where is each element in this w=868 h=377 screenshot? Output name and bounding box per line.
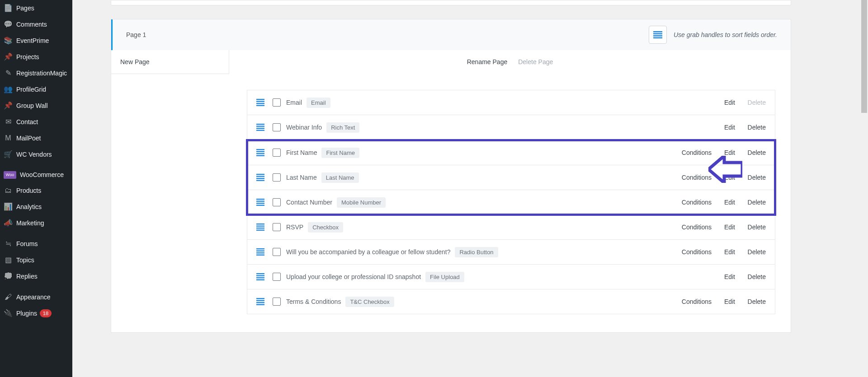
svg-rect-2 xyxy=(653,35,662,37)
rename-page-link[interactable]: Rename Page xyxy=(467,58,508,65)
sidebar-item-forums[interactable]: ≒Forums xyxy=(0,236,72,252)
delete-link[interactable]: Delete xyxy=(745,223,766,231)
sidebar-item-label: Topics xyxy=(16,256,34,264)
grip-icon xyxy=(256,124,264,131)
vertical-scrollbar[interactable] xyxy=(860,0,868,377)
forums-icon: ≒ xyxy=(4,239,13,248)
sidebar-item-analytics[interactable]: 📊Analytics xyxy=(0,199,72,215)
delete-link[interactable]: Delete xyxy=(745,298,766,305)
edit-link[interactable]: Edit xyxy=(722,298,735,305)
svg-rect-25 xyxy=(256,226,264,227)
delete-link[interactable]: Delete xyxy=(745,273,766,280)
sidebar-item-topics[interactable]: ▧Topics xyxy=(0,252,72,268)
sidebar-item-marketing[interactable]: 📣Marketing xyxy=(0,215,72,231)
sidebar-item-appearance[interactable]: 🖌Appearance xyxy=(0,289,72,305)
conditions-link[interactable]: Conditions xyxy=(678,149,712,156)
svg-rect-29 xyxy=(256,251,264,251)
edit-link[interactable]: Edit xyxy=(722,273,735,280)
svg-rect-19 xyxy=(256,180,264,181)
sidebar-item-label: Replies xyxy=(16,272,38,280)
conditions-link[interactable]: Conditions xyxy=(678,199,712,206)
field-row: Contact NumberMobile NumberConditionsEdi… xyxy=(247,190,775,215)
scrollbar-thumb[interactable] xyxy=(861,0,867,113)
delete-link[interactable]: Delete xyxy=(745,124,766,131)
sidebar-item-mailpoet[interactable]: MMailPoet xyxy=(0,130,72,146)
conditions-link[interactable]: Conditions xyxy=(678,298,712,305)
row-checkbox[interactable] xyxy=(273,298,281,306)
field-type-badge: Rich Text xyxy=(326,122,359,133)
sidebar-item-pages[interactable]: 📄Pages xyxy=(0,0,72,16)
svg-rect-7 xyxy=(256,105,264,106)
svg-rect-38 xyxy=(256,302,264,303)
new-page-tab[interactable]: New Page xyxy=(111,50,229,74)
edit-link[interactable]: Edit xyxy=(722,124,735,131)
sidebar-item-projects[interactable]: 📌Projects xyxy=(0,49,72,65)
sidebar-item-replies[interactable]: 💭Replies xyxy=(0,268,72,284)
row-checkbox[interactable] xyxy=(273,98,281,107)
delete-link[interactable]: Delete xyxy=(745,174,766,181)
delete-link[interactable]: Delete xyxy=(745,248,766,256)
sidebar-item-label: MailPoet xyxy=(16,134,41,142)
field-row: RSVPCheckboxConditionsEditDelete xyxy=(247,215,775,240)
row-checkbox[interactable] xyxy=(273,248,281,256)
sidebar-item-registrationmagic[interactable]: ✎RegistrationMagic xyxy=(0,65,72,81)
field-type-badge: Last Name xyxy=(321,172,359,183)
svg-rect-1 xyxy=(653,33,662,35)
edit-link[interactable]: Edit xyxy=(722,199,735,206)
row-checkbox[interactable] xyxy=(273,149,281,157)
sidebar-item-contact[interactable]: ✉Contact xyxy=(0,114,72,130)
sidebar-item-label: Group Wall xyxy=(16,102,48,110)
drag-handle[interactable] xyxy=(256,198,264,206)
field-row: Will you be accompanied by a colleague o… xyxy=(247,240,775,265)
row-checkbox[interactable] xyxy=(273,198,281,206)
edit-link[interactable]: Edit xyxy=(722,223,735,231)
drag-handle[interactable] xyxy=(256,248,264,256)
svg-rect-16 xyxy=(256,174,264,175)
svg-rect-3 xyxy=(653,37,662,39)
row-checkbox[interactable] xyxy=(273,273,281,281)
edit-link[interactable]: Edit xyxy=(722,149,735,156)
sidebar-item-eventprime[interactable]: 📚EventPrime xyxy=(0,33,72,49)
page-title: Page 1 xyxy=(126,31,146,38)
conditions-link[interactable]: Conditions xyxy=(678,174,712,181)
sidebar-item-group-wall[interactable]: 📌Group Wall xyxy=(0,98,72,114)
field-type-badge: Email xyxy=(307,98,330,108)
field-row: Terms & ConditionsT&C CheckboxConditions… xyxy=(247,289,775,314)
conditions-link[interactable]: Conditions xyxy=(678,248,712,256)
sort-button[interactable] xyxy=(649,26,667,44)
row-checkbox[interactable] xyxy=(273,123,281,131)
woocommerce-icon: Woo xyxy=(4,171,16,179)
drag-handle[interactable] xyxy=(256,149,264,157)
sidebar-item-woocommerce[interactable]: WooWooCommerce xyxy=(0,167,72,182)
field-type-badge: First Name xyxy=(321,148,359,158)
sidebar-item-label: Pages xyxy=(16,4,34,12)
fields-list: EmailEmail EditDelete Webinar InfoRich T… xyxy=(111,74,791,332)
sidebar-item-profilegrid[interactable]: 👥ProfileGrid xyxy=(0,81,72,98)
row-checkbox[interactable] xyxy=(273,173,281,182)
sidebar-item-comments[interactable]: 💬Comments xyxy=(0,16,72,33)
sidebar-item-products[interactable]: 🗂Products xyxy=(0,182,72,199)
drag-handle[interactable] xyxy=(256,173,264,182)
drag-handle[interactable] xyxy=(256,123,264,131)
delete-link[interactable]: Delete xyxy=(745,199,766,206)
grip-icon xyxy=(256,149,264,156)
edit-link[interactable]: Edit xyxy=(722,248,735,256)
row-actions: ConditionsEditDelete xyxy=(678,298,766,305)
drag-handle[interactable] xyxy=(256,98,264,107)
svg-rect-31 xyxy=(256,255,264,256)
row-actions: ConditionsEditDelete xyxy=(678,149,766,156)
drag-handle[interactable] xyxy=(256,273,264,281)
grip-icon xyxy=(256,298,264,305)
delete-link[interactable]: Delete xyxy=(745,149,766,156)
row-checkbox[interactable] xyxy=(273,223,281,231)
drag-handle[interactable] xyxy=(256,298,264,306)
conditions-link[interactable]: Conditions xyxy=(678,223,712,231)
sidebar-item-wc-vendors[interactable]: 🛒WC Vendors xyxy=(0,146,72,163)
svg-rect-22 xyxy=(256,203,264,204)
edit-link[interactable]: Edit xyxy=(722,99,735,106)
sidebar-item-label: Projects xyxy=(16,53,39,61)
drag-handle[interactable] xyxy=(256,223,264,231)
sidebar-item-plugins[interactable]: 🔌Plugins18 xyxy=(0,305,72,321)
field-type-badge: Mobile Number xyxy=(337,197,386,208)
main-content: Page 1 Use grab handles to sort fields o… xyxy=(72,0,868,377)
